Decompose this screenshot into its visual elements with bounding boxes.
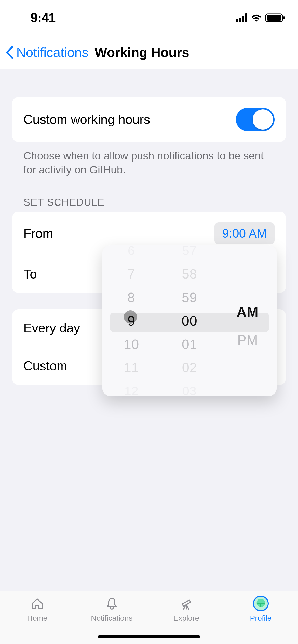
picker-ampm-column[interactable]: AM PM [219,245,277,396]
every-day-label: Every day [23,321,80,335]
svg-rect-1 [267,15,281,21]
touch-indicator-icon [124,310,137,324]
tab-notifications-label: Notifications [91,614,132,622]
app-root: 9:41 Notifications Working Hours Custom … [0,0,298,644]
custom-label: Custom [23,359,67,373]
chevron-left-icon [5,46,14,59]
status-bar: 9:41 [0,0,298,36]
picker-hour-option[interactable]: 8 [128,290,135,305]
custom-hours-toggle[interactable] [236,108,275,131]
picker-hour-option[interactable]: 6 [128,245,135,258]
picker-hour-option[interactable]: 7 [128,267,135,282]
from-time-chip[interactable]: 9:00 AM [214,222,275,244]
picker-minute-option[interactable]: 57 [182,245,197,258]
switch-knob [253,109,273,130]
picker-ampm-selected[interactable]: AM [237,304,259,320]
nav-header: Notifications Working Hours [0,36,298,69]
wifi-icon [251,13,262,22]
picker-hour-option[interactable]: 10 [124,336,139,352]
picker-hour-option[interactable]: 11 [124,360,139,375]
tab-home[interactable]: Home [0,591,75,644]
schedule-section-header: SET SCHEDULE [12,197,286,208]
picker-hour-option[interactable]: 12 [124,384,139,396]
back-label: Notifications [16,45,88,60]
picker-ampm-option[interactable]: PM [237,332,258,348]
custom-hours-card: Custom working hours [12,97,286,142]
picker-minute-selected[interactable]: 00 [182,313,197,329]
custom-hours-row: Custom working hours [12,97,286,142]
svg-rect-2 [283,16,285,19]
to-label: To [23,267,37,282]
battery-icon [265,13,285,22]
avatar-icon [253,596,269,611]
from-label: From [23,226,53,241]
telescope-icon [179,596,193,611]
tab-profile[interactable]: Profile [224,591,298,644]
cellular-signal-icon [236,13,247,22]
back-button[interactable]: Notifications [5,45,88,60]
home-indicator [98,635,200,638]
section-description: Choose when to allow push notifications … [12,149,286,177]
tab-profile-label: Profile [250,614,272,622]
page-title: Working Hours [94,45,189,60]
picker-minute-option[interactable]: 02 [182,360,197,375]
status-time: 9:41 [31,10,56,25]
custom-hours-label: Custom working hours [23,112,150,127]
tab-home-label: Home [27,614,47,622]
home-icon [30,596,44,611]
picker-minute-column[interactable]: 57 58 59 00 01 02 03 [160,245,219,396]
bell-icon [105,596,119,611]
picker-minute-option[interactable]: 59 [182,290,197,305]
status-indicators [236,13,285,22]
picker-minute-option[interactable]: 01 [182,336,197,352]
picker-minute-option[interactable]: 58 [182,267,197,282]
picker-minute-option[interactable]: 03 [182,384,197,396]
tab-explore-label: Explore [173,614,199,622]
